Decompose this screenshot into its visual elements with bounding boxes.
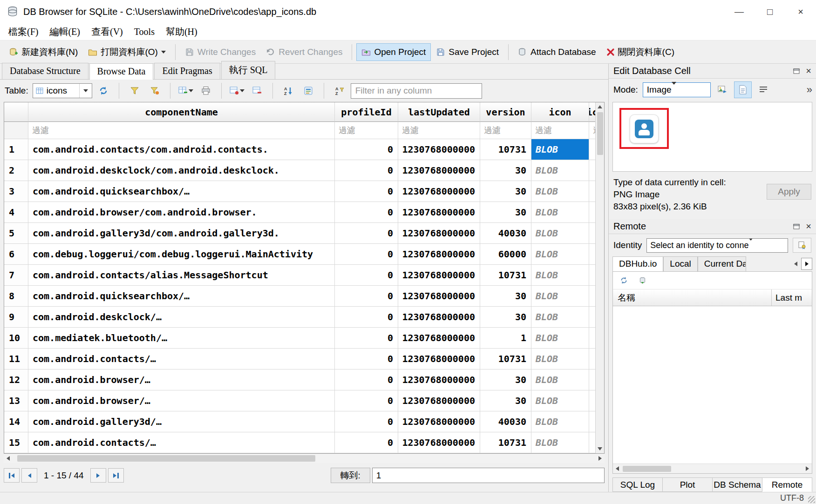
last-record-button[interactable] bbox=[108, 468, 124, 483]
cell-icon-blob[interactable]: BLOB bbox=[531, 390, 589, 411]
cell-profileid[interactable]: 0 bbox=[335, 432, 398, 453]
cell-partial[interactable] bbox=[589, 328, 595, 349]
minimize-button[interactable]: — bbox=[724, 0, 755, 23]
cell-profileid[interactable]: 0 bbox=[335, 202, 398, 223]
table-row[interactable]: 9 com.android.deskclock/… 0 123076800000… bbox=[4, 307, 595, 328]
remote-tab-local[interactable]: Local bbox=[663, 256, 697, 271]
cell-partial[interactable] bbox=[589, 286, 595, 307]
previous-record-button[interactable] bbox=[21, 468, 37, 483]
row-number-cell[interactable]: 1 bbox=[4, 139, 28, 160]
cell-lastupdated[interactable]: 1230768000000 bbox=[398, 244, 480, 265]
cell-componentname[interactable]: com.android.gallery3d/… bbox=[28, 411, 335, 432]
remote-file-list[interactable] bbox=[613, 306, 812, 464]
cell-profileid[interactable]: 0 bbox=[335, 390, 398, 411]
row-number-cell[interactable]: 10 bbox=[4, 328, 28, 349]
filter-input-icon[interactable]: 過濾 bbox=[531, 122, 589, 139]
dock-tab-remote[interactable]: Remote bbox=[762, 477, 812, 492]
cell-icon-blob[interactable]: BLOB bbox=[531, 432, 589, 453]
cell-icon-blob[interactable]: BLOB bbox=[531, 160, 589, 181]
filter-input-lastupdated[interactable]: 過濾 bbox=[398, 122, 480, 139]
cell-partial[interactable] bbox=[589, 202, 595, 223]
cell-version[interactable]: 40030 bbox=[480, 411, 531, 432]
encoding-indicator[interactable]: UTF-8 bbox=[780, 493, 804, 503]
remote-clone-database-button[interactable] bbox=[635, 274, 649, 287]
table-select[interactable]: icons bbox=[33, 83, 92, 98]
cell-lastupdated[interactable]: 1230768000000 bbox=[398, 181, 480, 202]
cell-componentname[interactable]: com.android.gallery3d/com.android.galler… bbox=[28, 223, 335, 244]
cell-profileid[interactable]: 0 bbox=[335, 265, 398, 286]
cell-componentname[interactable]: com.android.contacts/com.android.contact… bbox=[28, 139, 335, 160]
close-button[interactable]: × bbox=[785, 0, 816, 23]
cell-icon-blob[interactable]: BLOB bbox=[531, 411, 589, 432]
cell-version[interactable]: 30 bbox=[480, 202, 531, 223]
cell-lastupdated[interactable]: 1230768000000 bbox=[398, 432, 480, 453]
menu-view[interactable]: 查看(V) bbox=[86, 23, 129, 40]
cell-partial[interactable] bbox=[589, 432, 595, 453]
tab-edit-pragmas[interactable]: Edit Pragmas bbox=[154, 63, 220, 79]
column-header-icon[interactable]: icon bbox=[531, 102, 589, 122]
horizontal-scroll-thumb[interactable] bbox=[17, 455, 315, 462]
cell-componentname[interactable]: com.android.quicksearchbox/… bbox=[28, 286, 335, 307]
row-number-cell[interactable]: 8 bbox=[4, 286, 28, 307]
cell-partial[interactable] bbox=[589, 390, 595, 411]
cell-version[interactable]: 30 bbox=[480, 181, 531, 202]
cell-version[interactable]: 30 bbox=[480, 286, 531, 307]
row-number-cell[interactable]: 12 bbox=[4, 370, 28, 390]
cell-version[interactable]: 30 bbox=[480, 390, 531, 411]
close-database-button[interactable]: 關閉資料庫(C) bbox=[601, 42, 680, 62]
remote-scroll-thumb[interactable] bbox=[623, 466, 671, 472]
filter-input-componentname[interactable]: 過濾 bbox=[28, 122, 335, 139]
table-row[interactable]: 15 com.android.contacts/… 0 123076800000… bbox=[4, 432, 595, 453]
mode-select[interactable]: Image bbox=[643, 82, 711, 97]
cell-version[interactable]: 30 bbox=[480, 307, 531, 328]
next-record-button[interactable] bbox=[90, 468, 106, 483]
cell-version[interactable]: 1 bbox=[480, 328, 531, 349]
cell-lastupdated[interactable]: 1230768000000 bbox=[398, 265, 480, 286]
row-number-cell[interactable]: 5 bbox=[4, 223, 28, 244]
print-button[interactable] bbox=[197, 83, 215, 99]
tab-database-structure[interactable]: Database Structure bbox=[2, 63, 88, 79]
first-record-button[interactable] bbox=[4, 468, 20, 483]
cell-componentname[interactable]: com.android.browser/… bbox=[28, 390, 335, 411]
goto-button[interactable]: 轉到: bbox=[331, 468, 370, 483]
filter-input-partial[interactable]: 過濾 bbox=[589, 122, 595, 139]
dock-tab-plot[interactable]: Plot bbox=[662, 477, 712, 492]
table-row[interactable]: 8 com.android.quicksearchbox/… 0 1230768… bbox=[4, 286, 595, 307]
cell-profileid[interactable]: 0 bbox=[335, 139, 398, 160]
remote-scroll-right-arrow[interactable] bbox=[803, 464, 812, 473]
cell-profileid[interactable]: 0 bbox=[335, 223, 398, 244]
cell-version[interactable]: 10731 bbox=[480, 349, 531, 370]
menu-help[interactable]: 幫助(H) bbox=[160, 23, 203, 40]
cell-profileid[interactable]: 0 bbox=[335, 349, 398, 370]
cell-icon-blob[interactable]: BLOB bbox=[531, 202, 589, 223]
cell-lastupdated[interactable]: 1230768000000 bbox=[398, 223, 480, 244]
remote-column-last-modified[interactable]: Last m bbox=[772, 289, 812, 306]
table-row[interactable]: 12 com.android.browser/… 0 1230768000000… bbox=[4, 370, 595, 390]
horizontal-scrollbar[interactable] bbox=[4, 454, 605, 463]
scroll-up-arrow[interactable] bbox=[596, 102, 605, 111]
column-header-version[interactable]: version bbox=[480, 102, 531, 122]
cell-componentname[interactable]: com.android.deskclock/com.android.deskcl… bbox=[28, 160, 335, 181]
cell-icon-blob[interactable]: BLOB bbox=[531, 349, 589, 370]
cell-profileid[interactable]: 0 bbox=[335, 244, 398, 265]
cell-componentname[interactable]: com.android.browser/… bbox=[28, 370, 335, 390]
cell-icon-blob[interactable]: BLOB bbox=[531, 328, 589, 349]
text-mode-button[interactable] bbox=[734, 81, 752, 98]
cell-icon-blob[interactable]: BLOB bbox=[531, 370, 589, 390]
filter-input-profileid[interactable]: 過濾 bbox=[335, 122, 398, 139]
cell-partial[interactable] bbox=[589, 370, 595, 390]
word-wrap-button[interactable] bbox=[755, 81, 772, 98]
export-image-button[interactable] bbox=[714, 81, 731, 98]
scroll-right-arrow[interactable] bbox=[596, 454, 605, 463]
resize-grip[interactable] bbox=[808, 496, 815, 503]
table-row[interactable]: 2 com.android.deskclock/com.android.desk… bbox=[4, 160, 595, 181]
cell-partial[interactable] bbox=[589, 411, 595, 432]
cell-icon-blob[interactable]: BLOB bbox=[531, 139, 589, 160]
cell-icon-blob[interactable]: BLOB bbox=[531, 286, 589, 307]
goto-record-input[interactable] bbox=[372, 468, 605, 483]
cell-lastupdated[interactable]: 1230768000000 bbox=[398, 349, 480, 370]
vertical-scrollbar[interactable] bbox=[595, 102, 604, 453]
remote-scroll-left-arrow[interactable] bbox=[613, 464, 622, 473]
filter-sort-button[interactable]: AZ bbox=[331, 83, 348, 99]
dock-tab-db-schema[interactable]: DB Schema bbox=[712, 477, 762, 492]
